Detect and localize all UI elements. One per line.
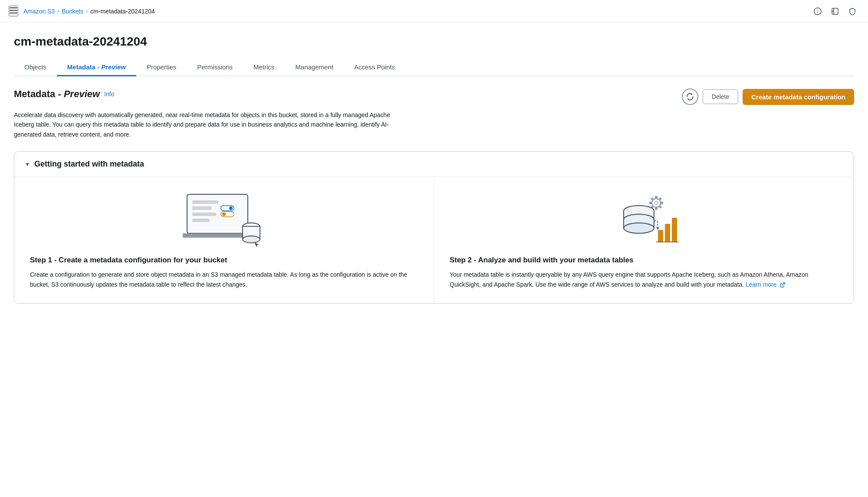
section-title-group: Metadata - Preview Info [14, 88, 114, 100]
tab-access-points[interactable]: Access Points [344, 59, 405, 76]
svg-point-22 [243, 236, 260, 243]
breadcrumb: Amazon S3 › Buckets › cm-metadata-202412… [23, 8, 155, 15]
svg-rect-13 [192, 213, 216, 216]
step-2-title: Step 2 - Analyze and build with your met… [450, 256, 838, 265]
svg-rect-45 [672, 218, 677, 242]
svg-point-24 [652, 199, 661, 207]
create-config-button[interactable]: Create metadata configuration [743, 89, 854, 105]
svg-rect-27 [655, 207, 658, 210]
svg-rect-1 [10, 10, 17, 11]
svg-text:i: i [817, 9, 818, 14]
svg-marker-47 [656, 227, 659, 230]
refresh-button[interactable] [682, 88, 698, 105]
settings-icon-button[interactable] [828, 4, 842, 18]
step-1-column: Step 1 - Create a metadata configuration… [14, 177, 434, 303]
getting-started-card: ▼ Getting started with metadata [14, 151, 854, 304]
svg-rect-2 [10, 13, 17, 13]
actions-group: Delete Create metadata configuration [682, 88, 854, 105]
page-container: cm-metadata-20241204 Objects Metadata - … [0, 23, 868, 497]
step-1-illustration [30, 191, 418, 247]
info-icon-button[interactable]: i [811, 4, 825, 18]
step-2-description: Your metadata table is instantly queryab… [450, 270, 838, 289]
breadcrumb-buckets-link[interactable]: Buckets [62, 8, 83, 15]
step-2-illustration [450, 191, 838, 247]
collapse-arrow-icon: ▼ [25, 161, 30, 167]
svg-rect-9 [192, 200, 218, 204]
svg-point-42 [624, 223, 654, 233]
svg-point-12 [229, 206, 233, 210]
tab-permissions[interactable]: Permissions [187, 59, 243, 76]
tabs-nav: Objects Metadata - Preview Properties Pe… [14, 59, 854, 76]
breadcrumb-current: cm-metadata-20241204 [90, 8, 155, 15]
delete-button[interactable]: Delete [703, 89, 738, 104]
content-area: Metadata - Preview Info Delete Create me… [14, 76, 854, 304]
tab-objects[interactable]: Objects [14, 59, 57, 76]
svg-marker-23 [254, 242, 260, 247]
svg-rect-43 [658, 230, 663, 242]
tab-properties[interactable]: Properties [136, 59, 187, 76]
topbar: Amazon S3 › Buckets › cm-metadata-202412… [0, 0, 868, 23]
svg-rect-17 [183, 233, 252, 238]
svg-rect-10 [192, 206, 212, 210]
external-link-icon [779, 281, 785, 289]
menu-button[interactable] [9, 6, 18, 16]
card-header-title: Getting started with metadata [34, 160, 144, 169]
section-title: Metadata - Preview Info [14, 88, 114, 100]
tab-management[interactable]: Management [285, 59, 344, 76]
svg-rect-44 [665, 224, 670, 242]
learn-more-link[interactable]: Learn more [746, 281, 777, 288]
card-header[interactable]: ▼ Getting started with metadata [14, 152, 854, 177]
steps-grid: Step 1 - Create a metadata configuration… [14, 177, 854, 303]
step-1-description: Create a configuration to generate and s… [30, 270, 418, 289]
breadcrumb-s3-link[interactable]: Amazon S3 [23, 8, 55, 15]
svg-rect-26 [655, 196, 658, 199]
info-link[interactable]: Info [104, 91, 114, 98]
svg-point-25 [654, 201, 658, 205]
tab-metadata[interactable]: Metadata - Preview [57, 59, 136, 76]
tab-metrics[interactable]: Metrics [243, 59, 285, 76]
breadcrumb-sep-2: › [86, 8, 88, 14]
svg-rect-16 [192, 219, 210, 222]
topbar-right-icons: i [811, 4, 859, 18]
svg-rect-29 [661, 202, 663, 204]
step-2-column: Step 2 - Analyze and build with your met… [434, 177, 854, 303]
section-description: Accelerate data discovery with automatic… [14, 110, 404, 139]
section-title-text: Metadata - Preview [14, 88, 100, 100]
step-1-title: Step 1 - Create a metadata configuration… [30, 256, 418, 265]
svg-rect-0 [10, 7, 17, 8]
svg-point-15 [222, 213, 226, 216]
breadcrumb-sep-1: › [57, 8, 59, 14]
shield-icon-button[interactable] [845, 4, 859, 18]
section-header: Metadata - Preview Info Delete Create me… [14, 88, 854, 105]
svg-rect-28 [649, 202, 652, 204]
page-title: cm-metadata-20241204 [14, 35, 854, 49]
